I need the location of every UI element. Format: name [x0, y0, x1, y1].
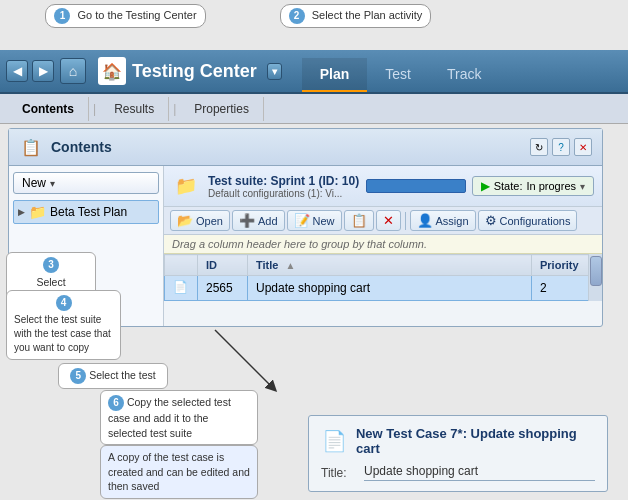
annotation-2: 2 Select the Plan activity [280, 4, 432, 28]
state-progress-bar [366, 179, 466, 193]
new-button[interactable]: 📝 New [287, 210, 342, 231]
tab-track[interactable]: Track [429, 58, 499, 92]
row-checkbox[interactable]: 📄 [165, 276, 198, 301]
add-icon: ➕ [239, 213, 255, 228]
panel-title-icon: 📋 [19, 135, 43, 159]
nav-back-forward: ◀ ▶ ⌂ [0, 58, 94, 84]
col-title[interactable]: Title ▲ [248, 255, 532, 276]
data-table: ID Title ▲ Priority [164, 254, 602, 301]
help-button[interactable]: ? [552, 138, 570, 156]
content-toolbar: 📂 Open ➕ Add 📝 New 📋 ✕ [164, 207, 602, 235]
state-badge: ▶ State: In progres ▾ [472, 176, 594, 196]
navbar: ◀ ▶ ⌂ 🏠 Testing Center ▾ Plan Test Track [0, 50, 628, 94]
assign-icon: 👤 [417, 213, 433, 228]
curved-arrow [175, 320, 295, 400]
tree-item-beta-test-plan[interactable]: ▶ 📁 Beta Test Plan [13, 200, 159, 224]
add-button[interactable]: ➕ Add [232, 210, 285, 231]
suite-header: 📁 Test suite: Sprint 1 (ID: 10) Default … [164, 166, 602, 207]
copy-button[interactable]: 📋 [344, 210, 374, 231]
state-play-icon: ▶ [481, 179, 490, 193]
result-panel-title: 📄 New Test Case 7*: Update shopping cart [321, 426, 595, 456]
result-field-label: Title: [321, 466, 356, 480]
result-panel: 📄 New Test Case 7*: Update shopping cart… [308, 415, 608, 492]
back-button[interactable]: ◀ [6, 60, 28, 82]
testing-center-icon: 🏠 [98, 57, 126, 85]
open-button[interactable]: 📂 Open [170, 210, 230, 231]
subtabs: Contents | Results | Properties [0, 94, 628, 124]
open-icon: 📂 [177, 213, 193, 228]
assign-button[interactable]: 👤 Assign [410, 210, 476, 231]
subtab-results[interactable]: Results [100, 97, 169, 121]
title-dropdown-button[interactable]: ▾ [267, 63, 282, 80]
tree-arrow-icon: ▶ [18, 207, 25, 217]
delete-icon: ✕ [383, 213, 394, 228]
row-type-icon: 📄 [173, 280, 189, 296]
annotation-4: 4 Select the test suite with the test ca… [6, 290, 121, 360]
table-row[interactable]: 📄 2565 Update shopping cart 2 [165, 276, 602, 301]
suite-text-block: Test suite: Sprint 1 (ID: 10) Default co… [208, 174, 359, 199]
tab-plan[interactable]: Plan [302, 58, 368, 92]
annotation-1: 1 Go to the Testing Center [45, 4, 205, 28]
tab-test[interactable]: Test [367, 58, 429, 92]
suite-icon: 📁 [172, 172, 200, 200]
row-title: Update shopping cart [248, 276, 532, 301]
panel-header-buttons: ↻ ? ✕ [530, 138, 592, 156]
col-checkbox [165, 255, 198, 276]
annotation-7: A copy of the test case is created and c… [100, 445, 258, 499]
subtab-contents[interactable]: Contents [8, 97, 89, 121]
panel-title: 📋 Contents [19, 135, 112, 159]
content-right: 📁 Test suite: Sprint 1 (ID: 10) Default … [164, 166, 602, 326]
annotation-4-container: 4 Select the test suite with the test ca… [6, 290, 121, 360]
annotation-5: 5 Select the test [58, 363, 168, 389]
panel-header: 📋 Contents ↻ ? ✕ [9, 129, 602, 166]
col-id[interactable]: ID [198, 255, 248, 276]
home-button[interactable]: ⌂ [60, 58, 86, 84]
annotation-5-container: 5 Select the test [58, 363, 168, 389]
copy-icon: 📋 [351, 213, 367, 228]
result-field-value: Update shopping cart [364, 464, 595, 481]
close-panel-button[interactable]: ✕ [574, 138, 592, 156]
tree-item-icon: 📁 [29, 204, 46, 220]
scrollbar[interactable] [588, 254, 602, 301]
config-icon: ⚙ [485, 213, 497, 228]
forward-button[interactable]: ▶ [32, 60, 54, 82]
delete-button[interactable]: ✕ [376, 210, 401, 231]
subtab-properties[interactable]: Properties [180, 97, 264, 121]
nav-title: 🏠 Testing Center ▾ [98, 57, 282, 85]
row-id: 2565 [198, 276, 248, 301]
new-dropdown-button[interactable]: New ▾ [13, 172, 159, 194]
suite-info: 📁 Test suite: Sprint 1 (ID: 10) Default … [172, 172, 359, 200]
toolbar-separator [405, 212, 406, 230]
new-icon: 📝 [294, 213, 310, 228]
refresh-button[interactable]: ↻ [530, 138, 548, 156]
new-dropdown-arrow: ▾ [50, 178, 55, 189]
annotation-7-container: A copy of the test case is created and c… [100, 445, 258, 499]
result-panel-icon: 📄 [321, 427, 348, 455]
state-dropdown-icon[interactable]: ▾ [580, 181, 585, 192]
scrollbar-thumb[interactable] [590, 256, 602, 286]
nav-tabs: Plan Test Track [302, 50, 500, 92]
configurations-button[interactable]: ⚙ Configurations [478, 210, 578, 231]
result-field: Title: Update shopping cart [321, 464, 595, 481]
drag-hint: Drag a column header here to group by th… [164, 235, 602, 254]
